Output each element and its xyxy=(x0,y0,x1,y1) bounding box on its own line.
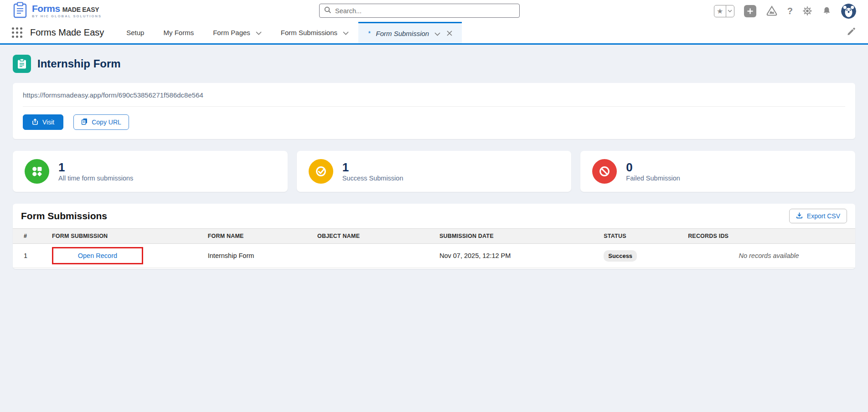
gear-icon[interactable] xyxy=(802,6,812,16)
tab-setup[interactable]: Setup xyxy=(117,22,154,43)
section-title: Form Submissions xyxy=(21,211,107,221)
form-clipboard-icon xyxy=(13,55,31,73)
chevron-down-icon[interactable] xyxy=(256,29,262,36)
object-name-cell xyxy=(312,244,434,268)
check-icon xyxy=(309,159,333,184)
col-object-name: OBJECT NAME xyxy=(312,229,434,244)
form-url: https://formsmadeasy.app/form/690c538562… xyxy=(23,91,845,107)
open-record-link[interactable]: Open Record xyxy=(78,252,117,259)
stat-label: All time form submissions xyxy=(58,175,133,182)
tab-my-forms[interactable]: My Forms xyxy=(154,22,203,43)
ban-icon xyxy=(592,159,617,184)
copy-icon xyxy=(81,118,88,126)
close-icon[interactable] xyxy=(447,31,452,36)
clipboard-logo-icon xyxy=(12,1,28,21)
star-icon[interactable]: ★ xyxy=(714,5,726,17)
page-header: Internship Form xyxy=(13,55,855,73)
pencil-edit-icon[interactable] xyxy=(847,27,868,38)
app-navbar: Forms Made Easy Setup My Forms Form Page… xyxy=(0,22,868,45)
col-form-submission: FORM SUBMISSION xyxy=(46,229,202,244)
favorites-combo: ★ xyxy=(714,5,734,17)
stat-value: 1 xyxy=(58,161,133,174)
help-icon[interactable]: ? xyxy=(787,6,793,16)
submissions-table: # FORM SUBMISSION FORM NAME OBJECT NAME … xyxy=(13,228,855,268)
tab-form-submissions[interactable]: Form Submissions xyxy=(271,22,358,43)
brand-name-primary: Forms xyxy=(32,4,60,13)
trailhead-icon[interactable] xyxy=(766,5,778,16)
row-index: 1 xyxy=(13,244,46,268)
table-row: 1 Open Record Internship Form Nov 07, 20… xyxy=(13,244,855,268)
search-icon xyxy=(324,6,331,15)
col-submission-date: SUBMISSION DATE xyxy=(434,229,598,244)
stat-label: Failed Submission xyxy=(626,175,680,182)
chevron-down-icon[interactable] xyxy=(726,5,734,17)
stat-value: 1 xyxy=(342,161,403,174)
brand-name-secondary: MADE EASY xyxy=(62,6,99,13)
main-content: Internship Form https://formsmadeasy.app… xyxy=(0,55,868,269)
stat-value: 0 xyxy=(626,161,680,174)
col-records-ids: RECORDS IDS xyxy=(682,229,855,244)
records-ids-cell: No records available xyxy=(682,244,855,268)
download-icon xyxy=(796,212,803,220)
quick-create-plus-icon[interactable] xyxy=(744,5,756,17)
stat-label: Success Submission xyxy=(342,175,403,182)
form-submissions-card: Form Submissions Export CSV # xyxy=(13,204,855,269)
app-launcher-icon[interactable] xyxy=(12,27,23,38)
user-avatar[interactable] xyxy=(841,4,856,19)
submission-date-cell: Nov 07, 2025, 12:12 PM xyxy=(434,244,598,268)
app-name: Forms Made Easy xyxy=(30,27,104,38)
form-url-card: https://formsmadeasy.app/form/690c538562… xyxy=(13,83,855,139)
search-input[interactable] xyxy=(335,7,515,15)
copy-url-button[interactable]: Copy URL xyxy=(73,114,129,130)
global-header: Forms MADE EASY BY HIC GLOBAL SOLUTIONS … xyxy=(0,0,868,22)
col-index: # xyxy=(13,229,46,244)
stat-card-success: 1 Success Submission xyxy=(297,151,572,192)
col-status: STATUS xyxy=(598,229,682,244)
bell-icon[interactable] xyxy=(822,6,832,16)
chevron-down-icon[interactable] xyxy=(434,30,440,37)
table-header-row: # FORM SUBMISSION FORM NAME OBJECT NAME … xyxy=(13,229,855,244)
brand-tagline: BY HIC GLOBAL SOLUTIONS xyxy=(32,15,102,18)
form-name-cell: Internship Form xyxy=(202,244,312,268)
visit-button[interactable]: Visit xyxy=(23,114,63,130)
stats-row: 1 All time form submissions 1 Success Su… xyxy=(13,151,855,192)
open-in-new-icon xyxy=(32,118,38,126)
col-form-name: FORM NAME xyxy=(202,229,312,244)
status-badge: Success xyxy=(604,250,637,262)
tab-form-submission-active[interactable]: * Form Submission xyxy=(358,22,462,43)
stat-card-all-submissions: 1 All time form submissions xyxy=(13,151,288,192)
stat-card-failed: 0 Failed Submission xyxy=(580,151,855,192)
export-csv-button[interactable]: Export CSV xyxy=(789,209,847,223)
unsaved-marker: * xyxy=(368,30,370,37)
tab-form-pages[interactable]: Form Pages xyxy=(203,22,271,43)
shapes-icon xyxy=(25,159,49,184)
chevron-down-icon[interactable] xyxy=(343,29,349,36)
global-search[interactable] xyxy=(319,4,520,18)
highlight-box: Open Record xyxy=(52,247,143,264)
nav-tabs: Setup My Forms Form Pages Form Submissio… xyxy=(117,22,462,43)
brand-logo: Forms MADE EASY BY HIC GLOBAL SOLUTIONS xyxy=(12,1,102,21)
page-title: Internship Form xyxy=(37,57,121,70)
